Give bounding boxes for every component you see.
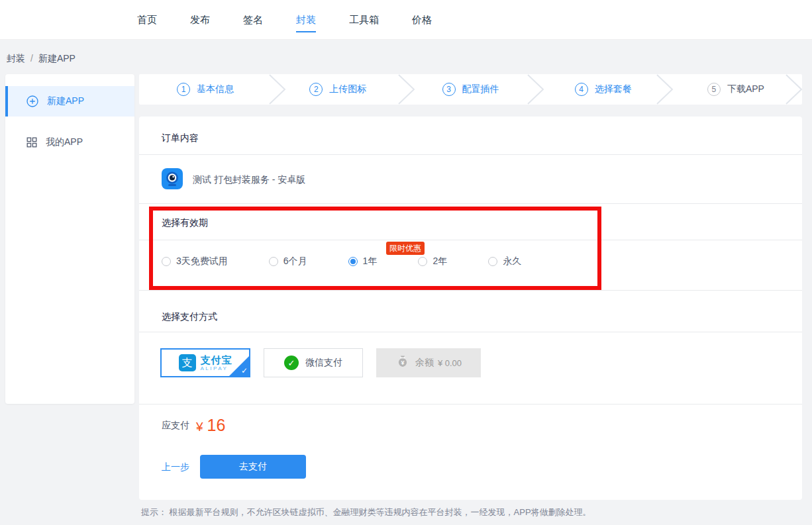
chevron-right-icon [784,74,802,105]
sidebar-item-label: 我的APP [46,136,83,148]
wizard-steps: 1 基本信息 2 上传图标 3 配置插件 4 选择套餐 5 下载APP [139,74,802,105]
step-number: 4 [575,83,588,96]
radio-icon [269,257,278,266]
radio-label: 3天免费试用 [176,256,228,267]
payable-label: 应支付 [162,420,189,432]
app-icon [162,168,183,192]
alipay-logo-icon: 支 [179,354,196,371]
divider [139,290,802,291]
step-upload-icon: 2 上传图标 [272,74,404,105]
step-number: 2 [309,83,323,96]
radio-icon [488,257,497,266]
divider [139,203,802,204]
check-icon: ✓ [241,366,248,375]
order-app-row: 测试 打包封装服务 - 安卓版 [162,168,305,192]
go-pay-button[interactable]: 去支付 [200,455,306,479]
radio-label: 1年 [363,256,378,267]
nav-item-sign[interactable]: 签名 [243,0,263,40]
balance-label: 余额 [415,357,434,369]
wechat-pay-icon: ✓ [284,356,299,370]
payable-amount: 16 [207,416,226,435]
payable-summary: 应支付 ¥ 16 [162,416,225,435]
step-configure-plugins: 3 配置插件 [404,74,536,105]
step-label: 下载APP [727,83,764,95]
alipay-brand-en: ALIPAY [201,366,232,371]
radio-3day-trial[interactable]: 3天免费试用 [162,256,228,267]
payment-section-title: 选择支付方式 [162,311,217,323]
sidebar-item-my-apps[interactable]: 我的APP [5,127,134,158]
chevron-right-icon [655,74,675,105]
main-nav: 首页 发布 签名 封装 工具箱 价格 [137,0,465,40]
payment-methods: 支 支付宝 ALIPAY ✓ ✓ 微信支付 ¥ 余额 ¥ 0.00 [160,348,494,377]
plus-circle-icon [26,95,38,107]
wechat-pay-label: 微信支付 [305,357,342,369]
radio-1year[interactable]: 1年 [348,256,378,267]
step-label: 选择套餐 [595,83,632,95]
svg-text:¥: ¥ [401,359,404,366]
divider [139,154,802,155]
sidebar-item-new-app[interactable]: 新建APP [5,86,134,117]
order-app-name: 测试 打包封装服务 - 安卓版 [193,174,305,186]
radio-label: 6个月 [283,256,307,267]
breadcrumb-parent[interactable]: 封装 [7,53,25,64]
step-label: 基本信息 [197,83,234,95]
payable-price: ¥ 16 [196,416,225,435]
balance-card: ¥ 余额 ¥ 0.00 [376,348,481,377]
nav-item-toolbox[interactable]: 工具箱 [349,0,379,40]
limited-offer-badge: 限时优惠 [386,242,425,255]
nav-item-price[interactable]: 价格 [412,0,432,40]
radio-label: 永久 [503,256,521,267]
validity-section-title: 选择有效期 [162,217,208,229]
radio-icon [162,257,171,266]
nav-item-publish[interactable]: 发布 [190,0,210,40]
radio-selected-icon [348,257,358,266]
radio-forever[interactable]: 永久 [488,256,521,267]
radio-6months[interactable]: 6个月 [269,256,307,267]
step-number: 1 [177,83,190,96]
radio-label: 2年 [432,256,447,267]
wechat-pay-card[interactable]: ✓ 微信支付 [264,348,363,377]
balance-amount: ¥ 0.00 [438,358,462,368]
alipay-card[interactable]: 支 支付宝 ALIPAY ✓ [160,348,250,377]
breadcrumb: 封装/新建APP [7,53,76,65]
chevron-right-icon [526,74,546,105]
alipay-brand: 支付宝 ALIPAY [201,355,232,371]
nav-item-package[interactable]: 封装 [296,0,316,40]
top-nav-bar: 首页 发布 签名 封装 工具箱 价格 [0,0,812,40]
step-label: 上传图标 [329,83,366,95]
step-select-plan: 4 选择套餐 [537,74,670,105]
alipay-brand-cn: 支付宝 [201,355,232,365]
sidebar: 新建APP 我的APP [5,74,134,404]
breadcrumb-separator: / [30,53,33,64]
step-number: 5 [707,83,721,96]
chevron-right-icon [397,74,417,105]
chevron-right-icon [268,74,287,105]
order-panel: 订单内容 测试 打包封装服务 - 安卓版 选择有效期 限时优惠 3天免费试用 6… [139,117,802,500]
step-number: 3 [442,83,456,96]
radio-icon [418,257,427,266]
previous-step-link[interactable]: 上一步 [162,455,189,479]
currency-symbol: ¥ [196,420,203,434]
footer-tip: 提示： 根据最新平台规则，不允许区块链虚拟币、金融理财类等违规内容在平台封装，一… [141,506,591,518]
money-bag-icon: ¥ [395,354,410,371]
divider [139,240,802,240]
grid-icon [26,137,37,148]
radio-2years[interactable]: 2年 [418,256,447,267]
nav-item-home[interactable]: 首页 [137,0,157,40]
validity-options: 3天免费试用 6个月 1年 2年 永久 [162,256,562,267]
divider [139,404,802,405]
breadcrumb-current: 新建APP [38,53,76,64]
divider [139,332,802,332]
sidebar-item-label: 新建APP [47,95,84,107]
step-download-app: 5 下载APP [670,74,802,105]
step-basic-info: 1 基本信息 [139,74,272,105]
step-label: 配置插件 [462,83,499,95]
order-section-title: 订单内容 [162,132,199,144]
